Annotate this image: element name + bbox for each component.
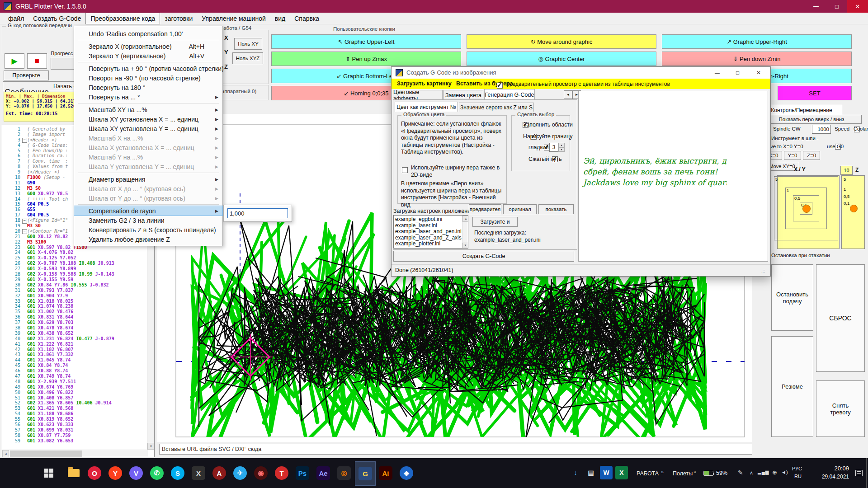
gcode-line[interactable]: 55G01 X0.819 Y8.652 [2,417,154,422]
spinner-up-icon[interactable]: ▴ [559,143,564,147]
menu-item-25[interactable]: Удалить любое движение Z [74,235,222,244]
clock-time[interactable]: 20:09 [818,465,849,472]
dialog-close-button[interactable]: ✕ [748,67,769,79]
set-button-button[interactable]: SET [778,86,852,100]
menu-item-2[interactable]: Зеркало X (горизонтальное)Alt+H [74,42,222,51]
gcode-line[interactable]: 57G01 X0.699 Y8.031 [2,427,154,433]
corel-icon[interactable]: ◈ [396,461,416,485]
tab-gcode-generation[interactable]: Генерация G-Code [484,89,535,100]
stop-stream-button[interactable]: ■ [27,53,47,69]
zero-z-button[interactable]: Z=0 [803,151,820,160]
pen-up-zmax-button[interactable]: ⇑ Pen up Zmax [271,52,461,66]
viber-icon[interactable]: V [126,461,146,485]
gcode-line[interactable]: 45G01 X0.84 Y8.74 [2,363,154,368]
recorder-icon[interactable]: ◉ [251,461,271,485]
gcode-line[interactable]: 38G01 X0.478 Y8.674 [2,325,154,331]
reset-button[interactable]: СБРОС [816,264,865,372]
kill-alarm-button[interactable]: Снять тревогу [816,380,865,437]
jog-xy-zero-dot[interactable] [802,205,811,213]
jog-z-step-5[interactable]: 5 [844,177,846,182]
tab-color-replace[interactable]: Замена цвета [443,90,483,100]
gcode-line[interactable]: 52G02 X1.365 Y8.605 I0.406 J0.914 [2,400,154,406]
menu-item-11[interactable]: Шкала XY установлена X = ... единиц▶ [74,114,222,124]
show-button[interactable]: показать [538,204,574,214]
tab-color-effects[interactable]: Цветовые эффекты [393,90,443,100]
menubar-item-преобразование-кода[interactable]: Преобразование кода [85,13,160,24]
paste-clipboard-menu[interactable]: Вставить из буфера [456,80,513,87]
jog-z-step-0,5[interactable]: 0,5 [844,194,849,199]
ini-scroll-down-icon[interactable]: ▼ [462,243,468,248]
ini-listbox[interactable]: example_eggbot.iniexample_laser.iniexamp… [393,215,468,249]
menu-item-10[interactable]: Масштаб XY на ...%▶ [74,105,222,114]
graphic-center-button[interactable]: ◎ Graphic Center [467,52,656,66]
jog-z-pad[interactable]: 510,50,1 [841,175,865,249]
gcode-line[interactable]: 31G01 X0.793 Y7.837 [2,288,154,293]
menu-item-0[interactable]: Undo 'Radius compensation 1,00' [74,29,222,38]
gcode-hscrollbar[interactable]: ◄ [2,450,148,457]
maximize-button[interactable]: □ [826,0,847,13]
after-effects-icon[interactable]: Ae [313,461,333,485]
skype-icon[interactable]: S [168,461,188,485]
app-x-icon[interactable]: X [189,461,208,485]
pen-down-zmin-button[interactable]: ⇓ Pen down Zmin [662,52,852,66]
menubar-item-спарвка[interactable]: Спарвка [290,13,324,24]
ini-list-item[interactable]: example_laser.ini [395,223,468,229]
lang-rus[interactable]: РУС [792,466,802,471]
zero-xyz-button[interactable]: Ноль XYZ [232,52,263,64]
feed-hold-button[interactable]: Остановить подачу [771,264,813,331]
menubar-item-файл[interactable]: файл [4,13,28,24]
resume-button[interactable]: Резюме [771,336,813,437]
toolbar-polety[interactable]: Полеты [673,470,693,477]
gcode-line[interactable]: 41G01 X1.222 Y6.821 [2,342,154,347]
gcode-line[interactable]: 33G01 X1.018 Y8.025 [2,299,154,304]
original-mode-button[interactable]: оригинал [503,204,537,214]
folder-icon[interactable] [64,461,84,485]
zero-xy-button[interactable]: Ноль XY [234,38,262,50]
hscroll-thumb[interactable] [10,450,82,457]
verify-button[interactable]: Проверьте [4,70,49,80]
notification-center-icon[interactable] [855,470,863,476]
smooth-value-input[interactable]: 3 [549,143,558,152]
menu-item-6[interactable]: Поворот на -90 ° (по часовой стрелке) [74,73,222,83]
menu-item-24[interactable]: Конвертировать Z в S (скорость шпинделя) [74,225,222,235]
pen-updown-toggle[interactable]: Показать перо вверх / вниз [761,115,862,124]
gcode-line[interactable]: 27G01 X-0.593 Y8.899 [2,266,154,272]
gcode-line[interactable]: 26G02 X-0.707 Y8.108 I0.408 J0.913 [2,261,154,266]
menu-item-7[interactable]: Повернуть на 180 ° [74,83,222,92]
dialog-minimize-button[interactable]: — [707,67,727,79]
zero-y-button[interactable]: Y=0 [784,151,801,160]
gcode-line[interactable]: 44G01 X1.045 Y8.74 [2,357,154,363]
menu-item-5[interactable]: Повернуть на + 90 ° (против часовой стре… [74,64,222,73]
gcode-line[interactable]: 40G02 X1.231 Y6.824 I0.477 J-0.879 [2,336,154,342]
ini-list-item[interactable]: example_laser_and_Z_axis.ini [395,235,468,241]
document-icon[interactable]: ▤ [585,466,597,479]
gcode-line[interactable]: 47G01 X0.749 Y8.74 [2,374,154,379]
menu-item-23[interactable]: Заменить G2 / 3 на линии [74,216,222,225]
menu-item-18[interactable]: Диаметр вращения▶ [74,174,222,184]
menu-item-14[interactable]: Шкала X установлена X = ... единиц▶ [74,143,222,152]
move-around-graphic-button[interactable]: ↻ Move around graphic [467,34,656,49]
grbl-plotter-icon[interactable]: G [355,461,376,486]
jog-z-zero-dot[interactable] [850,205,858,212]
fold-collapse-icon[interactable]: − [22,219,27,224]
blender-icon[interactable]: ◎ [334,461,354,485]
gcode-line[interactable]: 30G02 X0.84 Y7.86 I0.555 J-0.832 [2,282,154,288]
photoshop-icon[interactable]: Ps [292,461,312,485]
gcode-line[interactable]: 59G01 X3.082 Y6.653 [2,438,154,444]
gcode-line[interactable]: 48G01 X-2.939 Y7.511 [2,379,154,385]
gcode-line[interactable]: 56G01 X0.623 Y8.333 [2,422,154,427]
gcode-line[interactable]: 51G01 X0.408 Y6.857 [2,395,154,401]
toolbar-rabota-chevron[interactable]: » [661,469,664,474]
pen-tray-icon[interactable]: ✎ [738,469,743,476]
gcode-line[interactable]: 46G01 X0.88 Y8.74 [2,368,154,374]
menu-item-20[interactable]: Шкала от Y до ... ° (круговая ось)▶ [74,193,222,203]
tab-scroll-left[interactable]: ◄ [564,90,572,99]
radius-value-input[interactable]: 1,000 [227,208,288,218]
gcode-line[interactable]: 54G01 X1.188 Y8.686 [2,411,154,417]
minimize-button[interactable]: — [806,0,826,13]
resize-grip-icon[interactable]: .:: [761,268,765,273]
gcode-line[interactable]: 43G01 X3.861 Y7.332 [2,352,154,357]
menu-item-12[interactable]: Шкала XY установлена Y = ... единиц▶ [74,124,222,133]
toolbar-rabota[interactable]: РАБОТА [637,470,659,477]
menu-item-15[interactable]: Масштаб Y на ...%▶ [74,152,222,162]
